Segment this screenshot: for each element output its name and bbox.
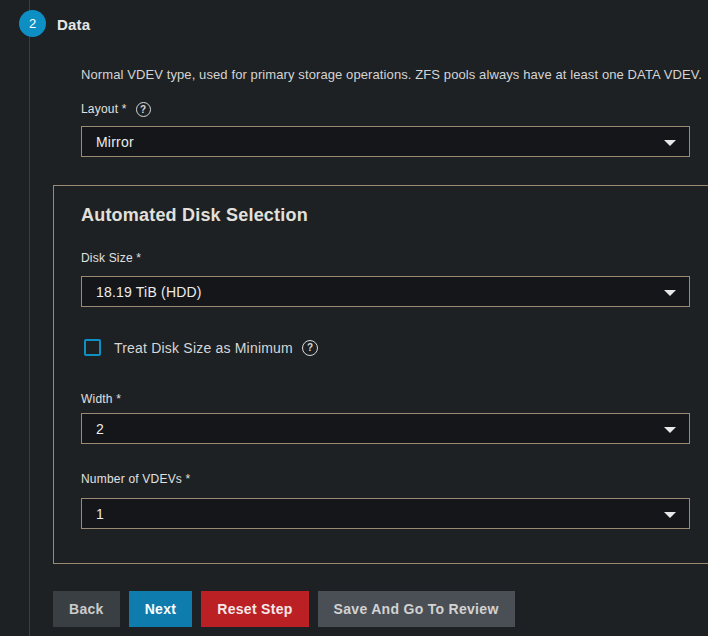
vdev-description-text: Normal VDEV type, used for primary stora… <box>81 67 702 82</box>
save-and-go-to-review-button[interactable]: Save And Go To Review <box>318 591 515 627</box>
automated-disk-selection-title: Automated Disk Selection <box>81 205 308 226</box>
stepper-connector-line <box>29 0 30 636</box>
wizard-step-data-panel: 2 Data Normal VDEV type, used for primar… <box>0 0 708 636</box>
next-button[interactable]: Next <box>129 591 193 627</box>
reset-step-button[interactable]: Reset Step <box>201 591 308 627</box>
step-number: 2 <box>29 16 36 31</box>
step-2-indicator[interactable]: 2 <box>19 10 46 37</box>
layout-field-label-row: Layout * ? <box>81 101 151 117</box>
disk-size-field-label: Disk Size * <box>81 251 141 265</box>
treat-disk-size-label: Treat Disk Size as Minimum <box>114 340 293 356</box>
layout-select[interactable]: Mirror <box>81 126 690 157</box>
chevron-down-icon <box>664 290 676 296</box>
disk-size-select[interactable]: 18.19 TiB (HDD) <box>81 276 690 307</box>
disk-size-select-value: 18.19 TiB (HDD) <box>96 284 202 300</box>
treat-disk-size-checkbox[interactable] <box>84 339 101 356</box>
number-of-vdevs-select-value: 1 <box>96 506 104 522</box>
treat-disk-size-help-icon[interactable]: ? <box>302 340 318 356</box>
width-select-value: 2 <box>96 421 104 437</box>
width-field-label-row: Width * <box>81 391 121 407</box>
layout-field-label: Layout * <box>81 102 127 116</box>
width-select[interactable]: 2 <box>81 413 690 444</box>
chevron-down-icon <box>664 512 676 518</box>
chevron-down-icon <box>664 427 676 433</box>
disk-size-field-label-row: Disk Size * <box>81 250 141 266</box>
back-button[interactable]: Back <box>53 591 120 627</box>
number-of-vdevs-field-label: Number of VDEVs * <box>81 472 190 486</box>
width-field-label: Width * <box>81 392 121 406</box>
wizard-action-buttons: Back Next Reset Step Save And Go To Revi… <box>53 591 515 627</box>
number-of-vdevs-select[interactable]: 1 <box>81 498 690 529</box>
treat-disk-size-row: Treat Disk Size as Minimum ? <box>84 339 318 356</box>
layout-select-value: Mirror <box>96 134 134 150</box>
layout-help-icon[interactable]: ? <box>136 102 151 117</box>
number-of-vdevs-field-label-row: Number of VDEVs * <box>81 471 190 487</box>
chevron-down-icon <box>664 140 676 146</box>
step-title: Data <box>57 16 90 33</box>
